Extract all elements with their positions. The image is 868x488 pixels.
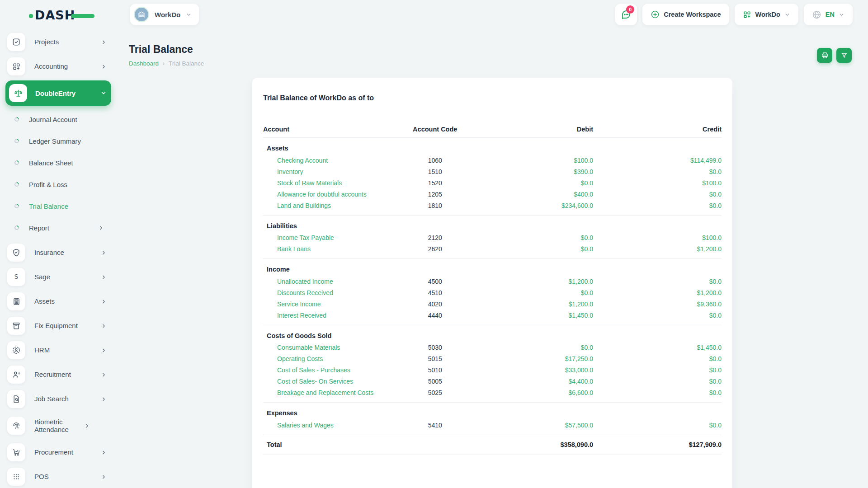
sidebar-item-recruitment[interactable]: Recruitment	[7, 362, 109, 387]
table-row: Operating Costs5015$17,250.0$0.0	[263, 353, 722, 365]
archive-box-icon	[7, 317, 25, 335]
create-workspace-button[interactable]: Create Workspace	[642, 4, 729, 25]
credit-value: $100.0	[593, 232, 722, 244]
chevron-right-icon	[98, 225, 104, 231]
account-link[interactable]: Discounts Received	[263, 287, 378, 298]
chevron-right-icon	[101, 474, 107, 480]
funnel-icon	[841, 52, 848, 59]
column-header-credit: Credit	[593, 123, 722, 138]
sidebar-item-assets[interactable]: Assets	[7, 289, 109, 314]
sidebar-item-pos[interactable]: POS	[7, 465, 109, 488]
account-link[interactable]: Cost of Sales - Purchases	[263, 365, 378, 376]
table-row: Unallocated Income4500$1,200.0$0.0	[263, 276, 722, 287]
workspace-switcher[interactable]: WorkDo	[130, 4, 199, 25]
chevron-right-icon	[101, 64, 107, 70]
chevron-right-icon	[101, 323, 107, 329]
account-link[interactable]: Land and Buildings	[263, 200, 378, 215]
chevron-right-icon	[101, 299, 107, 305]
bullet-icon	[14, 116, 20, 122]
svg-text:S: S	[14, 273, 18, 280]
account-link[interactable]: Income Tax Payable	[263, 232, 378, 244]
sidebar-item-label: Biometric Attendance	[34, 418, 84, 434]
workspace-dropdown[interactable]: WorkDo	[735, 4, 798, 25]
account-code: 4500	[378, 276, 493, 287]
print-button[interactable]	[817, 48, 832, 63]
total-row: Total $358,090.0 $127,909.0	[263, 435, 722, 455]
account-link[interactable]: Bank Loans	[263, 244, 378, 259]
sidebar-item-insurance[interactable]: Insurance	[7, 240, 109, 265]
subitem-label: Balance Sheet	[29, 159, 109, 167]
globe-icon	[812, 10, 821, 19]
account-link[interactable]: Stock of Raw Materials	[263, 177, 378, 188]
account-link[interactable]: Allowance for doubtful accounts	[263, 188, 378, 200]
account-link[interactable]: Cost of Sales- On Services	[263, 376, 378, 387]
account-link[interactable]: Consumable Materials	[263, 342, 378, 353]
sidebar-subitem-balance-sheet[interactable]: Balance Sheet	[7, 152, 109, 174]
sidebar-item-sage[interactable]: S Sage	[7, 265, 109, 289]
table-row: Cost of Sales- On Services5005$4,400.0$0…	[263, 376, 722, 387]
user-focus-icon	[7, 341, 25, 359]
messages-badge: 0	[626, 5, 634, 14]
credit-value: $1,450.0	[593, 342, 722, 353]
table-header-row: Account Account Code Debit Credit	[263, 123, 722, 138]
section-title: Income	[263, 259, 722, 276]
sidebar-item-accounting[interactable]: Accounting	[7, 54, 109, 79]
credit-value: $0.0	[593, 310, 722, 325]
account-code: 5030	[378, 342, 493, 353]
sidebar-item-fix-equipment[interactable]: Fix Equipment	[7, 314, 109, 338]
sidebar-subitem-ledger-summary[interactable]: Ledger Summary	[7, 130, 109, 152]
credit-value: $0.0	[593, 188, 722, 200]
sidebar-item-hrm[interactable]: HRM	[7, 338, 109, 362]
account-code: 1810	[378, 200, 493, 215]
table-row: Salaries and Wages5410$57,500.0$0.0	[263, 419, 722, 435]
breadcrumb-dashboard-link[interactable]: Dashboard	[129, 60, 159, 67]
section-title-row: Expenses	[263, 403, 722, 420]
credit-value: $0.0	[593, 365, 722, 376]
sidebar-subitem-report[interactable]: Report	[7, 217, 109, 239]
chevron-down-icon	[839, 12, 844, 18]
sidebar-subitem-trial-balance[interactable]: Trial Balance	[7, 195, 109, 217]
shield-check-icon	[7, 244, 25, 262]
sidebar-item-label: POS	[34, 473, 101, 480]
credit-value: $0.0	[593, 166, 722, 177]
table-row: Interest Received4440$1,450.0$0.0	[263, 310, 722, 325]
debit-value: $0.0	[492, 177, 593, 188]
sidebar-item-projects[interactable]: Projects	[7, 30, 109, 54]
account-link[interactable]: Inventory	[263, 166, 378, 177]
chevron-right-icon	[101, 372, 107, 378]
fingerprint-icon	[7, 417, 25, 435]
account-link[interactable]: Unallocated Income	[263, 276, 378, 287]
page-title: Trial Balance	[129, 43, 193, 56]
sidebar-subitem-profit-loss[interactable]: Profit & Loss	[7, 174, 109, 195]
sidebar-item-job-search[interactable]: Job Search	[7, 387, 109, 411]
total-debit: $358,090.0	[492, 435, 593, 455]
sage-s-icon: S	[7, 268, 25, 286]
section-title: Expenses	[263, 403, 722, 420]
section-title-row: Income	[263, 259, 722, 276]
language-selector[interactable]: EN	[804, 4, 853, 25]
sidebar-subitem-journal-account[interactable]: Journal Account	[7, 108, 109, 130]
account-link[interactable]: Checking Account	[263, 155, 378, 166]
account-link[interactable]: Interest Received	[263, 310, 378, 325]
sidebar-item-biometric-attendance[interactable]: Biometric Attendance	[7, 411, 109, 440]
column-header-account-code: Account Code	[378, 123, 493, 138]
filter-button[interactable]	[836, 48, 852, 63]
column-header-account: Account	[263, 123, 378, 138]
account-link[interactable]: Service Income	[263, 298, 378, 310]
sidebar-item-procurement[interactable]: Procurement	[7, 440, 109, 465]
dash-logo[interactable]: DASH	[29, 7, 97, 23]
sidebar-item-doubleentry[interactable]: DoubleEntry	[5, 80, 111, 106]
debit-value: $0.0	[492, 232, 593, 244]
account-link[interactable]: Breakage and Replacement Costs	[263, 387, 378, 403]
account-link[interactable]: Operating Costs	[263, 353, 378, 365]
sidebar-item-label: Procurement	[34, 448, 101, 456]
messages-button[interactable]: 0	[615, 4, 637, 25]
account-code: 1060	[378, 155, 493, 166]
credit-value: $0.0	[593, 387, 722, 403]
sidebar-item-label: Accounting	[34, 62, 101, 70]
account-link[interactable]: Salaries and Wages	[263, 419, 378, 435]
workspace-dropdown-label: WorkDo	[755, 11, 780, 18]
section-title-row: Assets	[263, 138, 722, 155]
table-row: Discounts Received4510$0.0$1,200.0	[263, 287, 722, 298]
sidebar-item-label: Recruitment	[34, 371, 101, 378]
